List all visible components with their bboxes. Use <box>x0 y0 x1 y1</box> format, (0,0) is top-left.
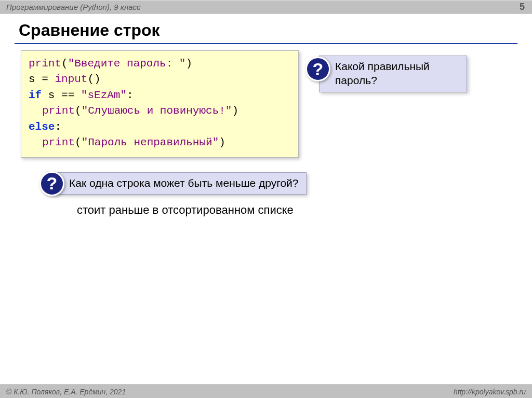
callout-1-line-2: пароль? <box>335 74 377 86</box>
callout-1-line-1: Какой правильный <box>335 60 430 72</box>
footer-left: © К.Ю. Поляков, Е.А. Ерёмин, 2021 <box>6 388 126 396</box>
header-bar: Программирование (Python), 9 класс 5 <box>0 0 532 13</box>
code-block: print("Введите пароль: ") s = input() if… <box>21 50 299 158</box>
code-line-5: else: <box>29 119 291 135</box>
code-line-2: s = input() <box>29 72 291 87</box>
callout-1: ? Какой правильный пароль? <box>305 56 467 92</box>
callout-2: ? Как одна строка может быть меньше друг… <box>39 171 515 196</box>
code-line-6: print("Пароль неправильный") <box>29 135 291 150</box>
footer-right: http://kpolyakov.spb.ru <box>454 388 526 396</box>
question-icon: ? <box>305 57 330 81</box>
callout-2-box: Как одна строка может быть меньше другой… <box>53 172 307 195</box>
callout-1-box: Какой правильный пароль? <box>319 56 467 92</box>
code-line-3: if s == "sEzAm": <box>29 88 291 103</box>
question-icon: ? <box>39 171 64 196</box>
code-line-4: print("Слушаюсь и повинуюсь!") <box>29 103 291 119</box>
title-rule <box>15 43 517 44</box>
content-area: print("Введите пароль: ") s = input() if… <box>0 50 532 217</box>
answer-text: стоит раньше в отсортированном списке <box>77 203 515 217</box>
code-line-1: print("Введите пароль: ") <box>29 56 291 72</box>
callout-2-text: Как одна строка может быть меньше другой… <box>69 177 299 189</box>
page-title: Сравнение строк <box>0 13 532 43</box>
footer-bar: © К.Ю. Поляков, Е.А. Ерёмин, 2021 http:/… <box>0 385 532 398</box>
course-title: Программирование (Python), 9 класс <box>6 3 141 11</box>
page-number: 5 <box>520 2 525 12</box>
